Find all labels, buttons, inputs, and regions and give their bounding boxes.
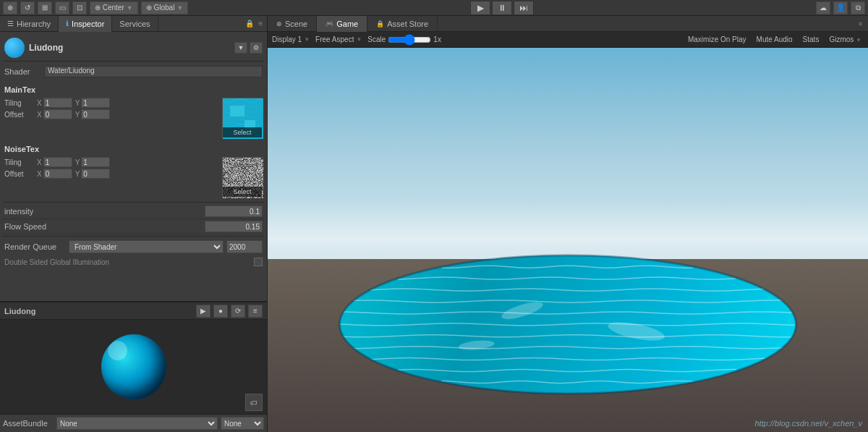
assetbundle-label: AssetBundle (3, 419, 54, 428)
noise-offset-y-group: Y (75, 169, 111, 179)
preview-menu-btn[interactable]: ≡ (248, 305, 263, 318)
noise-tex-thumb[interactable]: Select (222, 157, 263, 198)
stats-btn[interactable]: Stats (801, 35, 822, 43)
main-tiling-y-input[interactable] (81, 98, 110, 108)
gizmos-btn[interactable]: Gizmos ▼ (827, 35, 864, 43)
render-queue-value[interactable] (226, 240, 263, 253)
toolbar-icon-move[interactable]: ⊕ (3, 1, 17, 14)
inspector-panel: Liudong ▼ ⚙ Shader Water/Liudong MainTex… (0, 32, 267, 301)
right-panel: ⊕ Scene 🎮 Game 🔒 Asset Store ≡ Display 1… (268, 16, 868, 432)
flow-speed-input[interactable] (205, 221, 263, 232)
noise-offset-label: Offset (4, 170, 37, 178)
scene-tabs-right: ≡ (857, 19, 868, 29)
noise-tex-select-btn[interactable]: Select (223, 187, 262, 197)
pause-button[interactable]: ⏸ (492, 1, 512, 15)
global-button[interactable]: ⊕ Global ▼ (141, 1, 189, 14)
main-tiling-row: Tiling X Y (4, 98, 218, 108)
mute-btn[interactable]: Mute Audio (754, 35, 795, 43)
noise-tiling-x-input[interactable] (43, 157, 72, 167)
preview-tag-btn[interactable]: 🏷 (245, 394, 263, 411)
main-area: ☰ Hierarchy ℹ Inspector Services 🔒 ≡ Liu… (0, 16, 868, 432)
cloud-icon[interactable]: ☁ (816, 1, 830, 14)
object-name: Liudong (29, 43, 230, 53)
free-aspect-item[interactable]: Free Aspect ▼ (315, 35, 362, 43)
tabs-actions: 🔒 ≡ (244, 18, 267, 29)
hierarchy-icon: ☰ (7, 20, 14, 27)
layers-icon[interactable]: ⧉ (851, 1, 865, 14)
preview-title: Liudong (4, 307, 196, 315)
assetbundle-row: AssetBundle None None (0, 414, 267, 432)
scene-tab-icon: ⊕ (276, 20, 282, 27)
intensity-label: intensity (4, 207, 205, 216)
assetbundle-dropdown2[interactable]: None (221, 417, 264, 430)
render-queue-dropdown[interactable]: From Shader (69, 240, 224, 253)
main-offset-x-label: X (37, 111, 42, 119)
main-offset-xy: X Y (37, 109, 110, 119)
noise-offset-x-input[interactable] (43, 169, 72, 179)
account-icon[interactable]: 👤 (833, 1, 848, 14)
main-tiling-xy: X Y (37, 98, 110, 108)
main-tiling-x-group: X (37, 98, 72, 108)
double-sided-checkbox[interactable] (254, 258, 263, 266)
preview-play-btn[interactable]: ▶ (196, 305, 210, 318)
preview-controls: ▶ ● ⟳ ≡ (196, 305, 263, 318)
center-button[interactable]: ⊕ Center ▼ (90, 1, 138, 14)
object-actions: ▼ ⚙ (234, 42, 263, 54)
noise-offset-x-group: X (37, 169, 72, 179)
noise-tiling-x-group: X (37, 157, 72, 167)
shader-value[interactable]: Water/Liudong (44, 66, 263, 77)
noise-offset-y-input[interactable] (81, 169, 110, 179)
main-tiling-label: Tiling (4, 99, 37, 107)
display-dropdown-item[interactable]: Display 1 ▼ (272, 35, 310, 43)
main-offset-y-label: Y (75, 111, 80, 119)
toolbar-icon-rect[interactable]: ▭ (55, 1, 69, 14)
flow-speed-row: Flow Speed (3, 219, 264, 234)
flow-speed-label: Flow Speed (4, 222, 205, 231)
scale-slider[interactable] (388, 36, 431, 43)
intensity-input[interactable] (205, 206, 263, 217)
toolbar-icon-rotate[interactable]: ↺ (20, 1, 35, 14)
preview-section: Liudong ▶ ● ⟳ ≡ (0, 301, 267, 414)
avatar (4, 38, 25, 58)
preview-pause-btn[interactable]: ● (213, 305, 228, 318)
toolbar-icon-scale[interactable]: ⊞ (38, 1, 52, 14)
preview-header: Liudong ▶ ● ⟳ ≡ (0, 302, 267, 320)
main-tex-select-btn[interactable]: Select (223, 127, 262, 137)
main-offset-x-input[interactable] (43, 109, 72, 119)
tabs-lock-btn[interactable]: 🔒 (244, 18, 255, 29)
noise-offset-x-label: X (37, 170, 42, 178)
tab-game[interactable]: 🎮 Game (317, 16, 367, 32)
main-tex-fields: Tiling X Y Off (4, 98, 218, 121)
tab-services[interactable]: Services (112, 16, 158, 32)
main-tex-thumb[interactable]: Select (222, 98, 263, 138)
play-controls: ▶ ⏸ ⏭ (470, 1, 534, 15)
scale-label: Scale (367, 35, 386, 43)
noise-tiling-y-group: Y (75, 157, 111, 167)
main-tiling-x-input[interactable] (43, 98, 72, 108)
render-queue-label: Render Queue (4, 242, 66, 251)
separator2 (3, 236, 264, 237)
main-tex-row: Tiling X Y Off (3, 96, 264, 140)
tabs-row: ☰ Hierarchy ℹ Inspector Services 🔒 ≡ (0, 16, 267, 32)
toolbar-icon-transform[interactable]: ⊡ (72, 1, 87, 14)
noise-tiling-y-input[interactable] (81, 157, 110, 167)
step-button[interactable]: ⏭ (514, 1, 534, 15)
settings-btn[interactable]: ⚙ (250, 42, 263, 54)
tab-hierarchy[interactable]: ☰ Hierarchy (0, 16, 59, 32)
tab-scene[interactable]: ⊕ Scene (268, 16, 317, 32)
tab-asset-store[interactable]: 🔒 Asset Store (367, 16, 438, 32)
tabs-menu-btn[interactable]: ≡ (257, 18, 264, 29)
assetbundle-dropdown1[interactable]: None (56, 417, 218, 430)
object-header: Liudong ▼ ⚙ (3, 35, 264, 62)
maximize-btn[interactable]: Maximize On Play (686, 35, 749, 43)
play-button[interactable]: ▶ (470, 1, 490, 15)
main-offset-y-input[interactable] (81, 109, 110, 119)
preview-body: 🏷 (0, 320, 267, 414)
tab-inspector[interactable]: ℹ Inspector (59, 16, 112, 32)
scene-tab-settings-btn[interactable]: ≡ (857, 19, 864, 29)
noise-tiling-xy: X Y (37, 157, 110, 167)
select-preset-btn[interactable]: ▼ (234, 42, 247, 54)
main-tiling-y-group: Y (75, 98, 111, 108)
preview-loop-btn[interactable]: ⟳ (231, 305, 245, 318)
main-offset-x-group: X (37, 109, 72, 119)
